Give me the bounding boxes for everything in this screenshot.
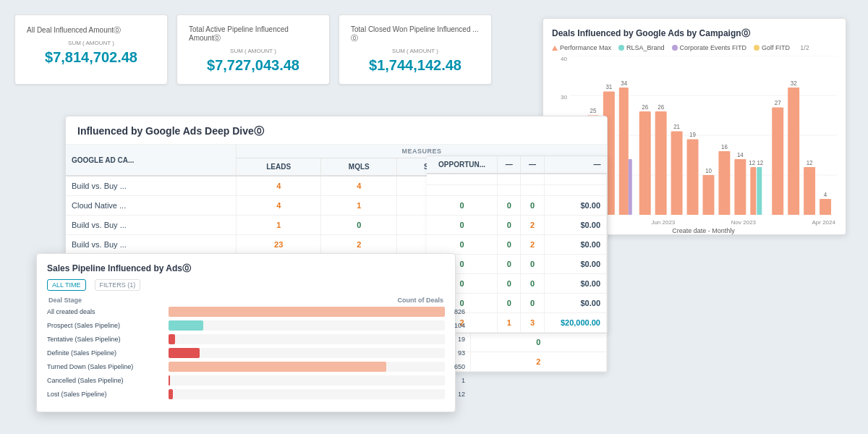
pipeline-bar-container-0: 826 (169, 307, 445, 317)
pipeline-value-6: 12 (448, 391, 465, 398)
pipeline-bar-6 (169, 389, 173, 399)
filter-filters[interactable]: FILTERS (1) (95, 279, 141, 291)
svg-text:12: 12 (807, 158, 813, 166)
kpi-card-closed-won: Total Closed Won Pipeline Influenced ...… (339, 14, 492, 85)
pipeline-bar-2 (169, 334, 175, 344)
pipeline-row-tentative: Tentative (Sales Pipeline) 19 (47, 334, 445, 344)
chart-x-labels: Jan 2023 Jun 2023 Nov 2023 Apr 2024 (570, 218, 837, 226)
deep-dive-title: Influenced by Google Ads Deep Dive⓪ (66, 116, 607, 145)
kpi-cards: All Deal Influenced Amount⓪ SUM ( AMOUNT… (14, 14, 492, 85)
pipeline-panel: Sales Pipeline Influenced by Ads⓪ ALL TI… (36, 253, 456, 412)
pipeline-title: Sales Pipeline Influenced by Ads⓪ (47, 263, 445, 275)
pipeline-row-all-created: All created deals 826 (47, 307, 445, 317)
pipeline-bar-4 (169, 362, 386, 372)
pipeline-bar-container-6: 12 (169, 389, 445, 399)
pipeline-bar-container-1: 104 (169, 320, 445, 331)
golf-icon (754, 45, 760, 51)
chart-legend: Performance Max RLSA_Brand Corporate Eve… (552, 44, 837, 51)
kpi-sub-2: SUM ( AMOUNT ) (351, 48, 480, 54)
svg-rect-29 (757, 167, 762, 215)
pipeline-label-6: Lost (Sales Pipeline) (47, 391, 163, 398)
pipeline-label-4: Turned Down (Sales Pipeline) (47, 363, 163, 370)
kpi-title-1: Total Active Pipeline Influenced Amount⓪ (189, 25, 318, 43)
kpi-title-2: Total Closed Won Pipeline Influenced ...… (351, 25, 480, 43)
svg-text:16: 16 (721, 142, 728, 150)
pipeline-col-headers: Deal Stage Count of Deals (47, 297, 445, 304)
perf-max-icon (552, 46, 558, 51)
kpi-value-1: $7,727,043.48 (189, 57, 318, 74)
legend-corp-label: Corporate Events FITD (680, 44, 747, 51)
pipeline-label-2: Tentative (Sales Pipeline) (47, 336, 163, 343)
col-header-mqls: MQLS (321, 158, 397, 176)
pipeline-bar-5 (169, 375, 170, 386)
pipeline-bar-container-3: 93 (169, 348, 445, 358)
pipeline-bar-0 (169, 307, 445, 317)
pipeline-row-turned-down: Turned Down (Sales Pipeline) 650 (47, 362, 445, 372)
main-container: All Deal Influenced Amount⓪ SUM ( AMOUNT… (0, 0, 868, 434)
svg-rect-11 (619, 88, 629, 215)
pipeline-value-0: 826 (448, 308, 465, 315)
legend-perf-max-label: Performance Max (560, 44, 611, 51)
pipeline-filters: ALL TIME FILTERS (1) (47, 279, 445, 291)
pipeline-row-cancelled: Cancelled (Sales Pipeline) 1 (47, 375, 445, 386)
pipeline-bar-3 (169, 348, 200, 358)
chart-pagination: 1/2 (800, 44, 809, 51)
svg-rect-18 (671, 132, 683, 216)
chart-x-axis-label: Create date - Monthly (570, 227, 837, 234)
pipeline-value-5: 1 (448, 377, 465, 384)
svg-text:34: 34 (621, 79, 627, 86)
kpi-sub-0: SUM ( AMOUNT ) (27, 40, 156, 46)
pipeline-row-definite: Definite (Sales Pipeline) 93 (47, 348, 445, 358)
legend-golf-label: Golf FITD (762, 44, 790, 51)
pipeline-value-2: 19 (448, 336, 465, 343)
svg-rect-12 (629, 159, 632, 215)
col-header-leads: LEADS (237, 158, 321, 176)
svg-rect-20 (687, 140, 699, 216)
legend-rlsa: RLSA_Brand (618, 44, 665, 51)
svg-rect-28 (750, 167, 756, 215)
pipeline-value-4: 650 (448, 363, 465, 370)
svg-text:21: 21 (673, 123, 680, 130)
svg-text:26: 26 (658, 103, 664, 110)
col-header-campaign: GOOGLE AD CA... (66, 145, 237, 176)
svg-text:27: 27 (775, 99, 781, 106)
pipeline-bar-1 (169, 320, 203, 331)
pipeline-row-lost: Lost (Sales Pipeline) 12 (47, 389, 445, 399)
pipeline-label-3: Definite (Sales Pipeline) (47, 349, 163, 357)
svg-rect-22 (703, 175, 715, 215)
pipeline-label-5: Cancelled (Sales Pipeline) (47, 377, 163, 384)
chart-svg: 1 25 31 34 26 26 (570, 56, 837, 215)
pipeline-label-1: Prospect (Sales Pipeline) (47, 322, 163, 329)
legend-perf-max: Performance Max (552, 44, 611, 51)
kpi-card-active: Total Active Pipeline Influenced Amount⓪… (176, 14, 330, 85)
svg-rect-37 (820, 199, 831, 215)
chart-title: Deals Influenced by Google Ads by Campai… (552, 27, 837, 40)
svg-rect-16 (655, 111, 667, 215)
pipeline-col-stage: Deal Stage (48, 297, 82, 304)
pipeline-bar-container-2: 19 (169, 334, 445, 344)
svg-text:10: 10 (705, 166, 712, 174)
svg-text:32: 32 (791, 79, 797, 86)
legend-golf: Golf FITD (754, 44, 790, 51)
kpi-title-0: All Deal Influenced Amount⓪ (27, 25, 156, 35)
svg-rect-33 (788, 88, 799, 215)
svg-rect-26 (734, 159, 746, 215)
pipeline-row-prospect: Prospect (Sales Pipeline) 104 (47, 320, 445, 331)
kpi-value-0: $7,814,702.48 (27, 49, 156, 66)
pipeline-col-count: Count of Deals (397, 297, 443, 304)
kpi-card-all-deal: All Deal Influenced Amount⓪ SUM ( AMOUNT… (14, 14, 168, 85)
legend-corp: Corporate Events FITD (672, 44, 747, 51)
kpi-sub-1: SUM ( AMOUNT ) (189, 48, 318, 54)
rlsa-icon (618, 45, 624, 51)
pipeline-bar-container-5: 1 (169, 375, 445, 386)
filter-all-time[interactable]: ALL TIME (47, 279, 86, 291)
svg-text:26: 26 (642, 103, 648, 110)
svg-rect-14 (639, 111, 651, 215)
svg-text:12 12: 12 12 (749, 158, 763, 166)
svg-rect-35 (804, 167, 815, 215)
kpi-value-2: $1,744,142.48 (351, 57, 480, 74)
svg-text:4: 4 (824, 190, 827, 197)
svg-rect-24 (718, 151, 730, 215)
pipeline-value-3: 93 (448, 349, 465, 357)
svg-text:31: 31 (605, 83, 612, 90)
